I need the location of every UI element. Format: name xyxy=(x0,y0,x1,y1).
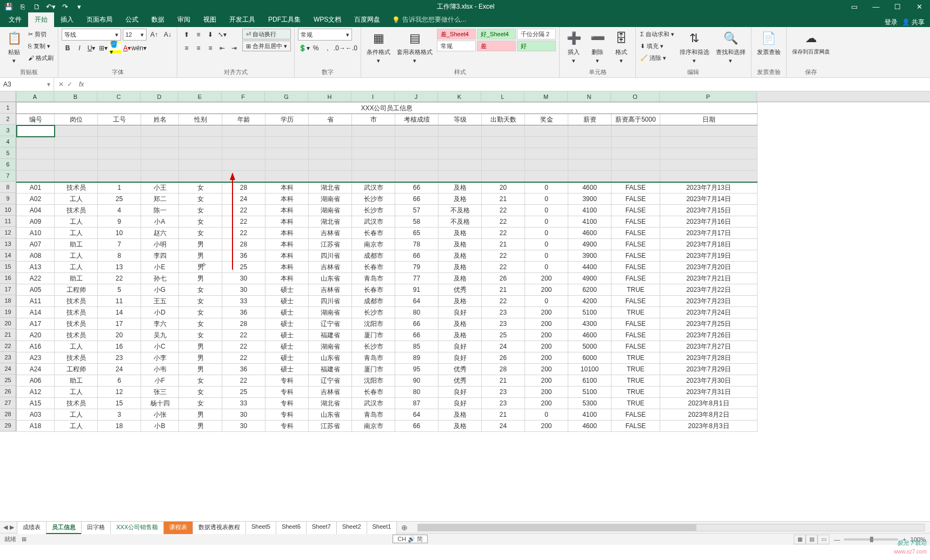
cell[interactable]: 省 xyxy=(309,114,352,125)
cell[interactable]: 17 xyxy=(98,318,141,330)
percent-icon[interactable]: % xyxy=(310,42,322,54)
cell[interactable]: 22 xyxy=(222,205,265,216)
cell[interactable]: 专科 xyxy=(265,409,309,421)
column-header[interactable]: J xyxy=(395,91,438,102)
copy-button[interactable]: ⎘ 复制 ▾ xyxy=(27,41,55,51)
row-header[interactable]: 25 xyxy=(0,375,16,386)
cell[interactable]: 技术员 xyxy=(55,318,98,330)
cell[interactable]: 及格 xyxy=(439,409,482,421)
cell[interactable]: 21 xyxy=(482,409,525,421)
cell[interactable]: 长春市 xyxy=(352,386,395,398)
cell[interactable]: 专科 xyxy=(265,398,309,409)
cell[interactable]: 及格 xyxy=(439,194,482,205)
cell[interactable]: 女 xyxy=(179,216,222,228)
dec-decimal-icon[interactable]: ←.0 xyxy=(346,42,357,54)
cell[interactable]: 4100 xyxy=(568,216,612,228)
cell[interactable] xyxy=(439,137,482,148)
save-icon[interactable]: 💾 xyxy=(2,1,15,13)
row-header[interactable]: 3 xyxy=(0,125,16,136)
number-format-combo[interactable]: 常规▾ xyxy=(298,29,352,41)
row-header[interactable]: 5 xyxy=(0,148,16,159)
cell[interactable]: 22 xyxy=(482,205,525,216)
cell[interactable]: XXX公司员工信息 xyxy=(17,103,758,114)
cell[interactable]: 女 xyxy=(179,398,222,409)
cell[interactable]: 91 xyxy=(395,284,439,296)
cell[interactable] xyxy=(55,125,98,137)
cell[interactable]: 厦门市 xyxy=(352,364,395,375)
cell[interactable] xyxy=(660,148,758,159)
cell[interactable]: A01 xyxy=(17,182,55,194)
tab-wps[interactable]: WPS文档 xyxy=(307,12,348,27)
cell[interactable]: 南京市 xyxy=(352,421,395,432)
cell[interactable] xyxy=(395,159,439,171)
cell[interactable]: A07 xyxy=(17,239,55,250)
cell[interactable]: 男 xyxy=(179,352,222,364)
sheet-tab[interactable]: 成绩表 xyxy=(17,521,46,534)
cell[interactable]: 薪资 xyxy=(568,114,612,125)
cell[interactable] xyxy=(525,159,568,171)
cell[interactable]: 优秀 xyxy=(439,375,482,386)
cell[interactable]: 200 xyxy=(525,284,568,296)
cell[interactable]: FALSE xyxy=(612,182,660,194)
column-header[interactable]: D xyxy=(141,91,178,102)
row-header[interactable]: 28 xyxy=(0,409,16,420)
cell[interactable]: 77 xyxy=(395,273,439,284)
cut-button[interactable]: ✂ 剪切 xyxy=(27,29,55,39)
cell[interactable]: 23 xyxy=(482,318,525,330)
row-header[interactable]: 26 xyxy=(0,386,16,397)
cell[interactable] xyxy=(482,148,525,159)
cell[interactable] xyxy=(222,148,265,159)
cell[interactable]: 武汉市 xyxy=(352,182,395,194)
cell[interactable] xyxy=(179,171,222,182)
cell[interactable]: 青岛市 xyxy=(352,409,395,421)
tab-home[interactable]: 开始 xyxy=(28,12,54,27)
row-header[interactable]: 4 xyxy=(0,136,16,148)
cell[interactable] xyxy=(352,125,395,137)
normal-view-icon[interactable]: ▦ xyxy=(794,535,806,544)
cell[interactable]: TRUE xyxy=(612,307,660,318)
cell[interactable]: 4900 xyxy=(568,273,612,284)
cell[interactable]: 湖南省 xyxy=(309,341,352,352)
column-header[interactable]: G xyxy=(265,91,308,102)
cell[interactable]: FALSE xyxy=(612,194,660,205)
cell[interactable]: 30 xyxy=(222,421,265,432)
cell[interactable]: 工程师 xyxy=(55,364,98,375)
cell[interactable]: 200 xyxy=(525,307,568,318)
cell[interactable]: 小F xyxy=(141,375,179,386)
tell-me-search[interactable]: 💡告诉我您想要做什么... xyxy=(387,12,471,27)
cell[interactable]: 22 xyxy=(482,250,525,262)
cell[interactable]: A16 xyxy=(17,341,55,352)
cell[interactable]: 26 xyxy=(482,273,525,284)
autosum-button[interactable]: Σ 自动求和 ▾ xyxy=(639,29,675,39)
cell[interactable]: 技术员 xyxy=(55,330,98,341)
cell[interactable]: 工人 xyxy=(55,228,98,239)
cell[interactable]: 85 xyxy=(395,341,439,352)
tab-pdf[interactable]: PDF工具集 xyxy=(262,12,307,27)
cell[interactable]: 89 xyxy=(395,352,439,364)
cell[interactable]: 0 xyxy=(525,205,568,216)
cell[interactable]: 工程师 xyxy=(55,284,98,296)
cell[interactable] xyxy=(309,137,352,148)
cell[interactable]: A04 xyxy=(17,205,55,216)
cell[interactable]: 30 xyxy=(222,284,265,296)
cell[interactable]: 女 xyxy=(179,375,222,386)
cell[interactable]: 男 xyxy=(179,273,222,284)
cell[interactable]: 小A xyxy=(141,216,179,228)
cell[interactable]: 福建省 xyxy=(309,364,352,375)
cell[interactable]: 硕士 xyxy=(265,318,309,330)
cell[interactable]: 考核成绩 xyxy=(395,114,439,125)
row-header[interactable]: 6 xyxy=(0,159,16,170)
cell[interactable]: 21 xyxy=(482,375,525,386)
bold-icon[interactable]: B xyxy=(62,42,74,54)
row-header[interactable]: 14 xyxy=(0,250,16,261)
cell[interactable] xyxy=(222,137,265,148)
cell[interactable]: A23 xyxy=(17,352,55,364)
cell[interactable]: 优秀 xyxy=(439,284,482,296)
cell[interactable]: 女 xyxy=(179,194,222,205)
column-header[interactable]: L xyxy=(481,91,524,102)
cell[interactable]: 4200 xyxy=(568,296,612,307)
merge-center-button[interactable]: ⊞ 合并后居中 ▾ xyxy=(242,41,291,51)
cell[interactable]: 24 xyxy=(482,421,525,432)
cell[interactable]: 长沙市 xyxy=(352,205,395,216)
cell[interactable]: 22 xyxy=(222,228,265,239)
